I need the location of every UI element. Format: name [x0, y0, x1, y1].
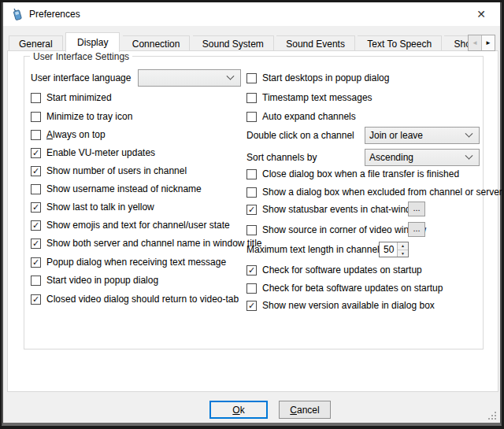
checkbox-label: Always on top [46, 129, 106, 140]
checkbox-box [31, 93, 41, 103]
language-label: User interface language [31, 72, 131, 83]
checkbox-auto-expand-channels[interactable]: Auto expand channels [246, 109, 356, 124]
max-text-length-spinner[interactable]: 50 ▲ ▼ [379, 242, 409, 257]
checkbox-minimize-to-tray[interactable]: Minimize to tray icon [31, 109, 132, 124]
checkbox-closed-video-return[interactable]: ✓ Closed video dialog should return to v… [31, 292, 239, 306]
checkbox-box: ✓ [31, 148, 41, 158]
checkbox-label: Timestamp text messages [262, 92, 372, 103]
checkbox-statusbar-events[interactable]: ✓ Show statusbar events in chat-window [246, 202, 423, 216]
max-text-length-value: 50 [380, 242, 397, 257]
double-click-label: Double click on a channel [246, 130, 354, 141]
chevron-down-icon [465, 151, 473, 159]
max-text-length-label-row: Maximum text length in channel list [246, 242, 394, 257]
spin-up-icon[interactable]: ▲ [398, 242, 408, 250]
sort-channels-label: Sort channels by [246, 152, 317, 163]
checkbox-show-new-version[interactable]: ✓ Show new version available in dialog b… [246, 298, 435, 313]
checkbox-label: Auto expand channels [262, 111, 356, 122]
checkbox-label: Show emojis and text for channel/user st… [46, 220, 230, 231]
tab-display[interactable]: Display [65, 32, 120, 52]
checkbox-box: ✓ [31, 257, 41, 268]
checkbox-label: Start video in popup dialog [46, 275, 158, 286]
show-source-more-button[interactable]: ... [408, 222, 425, 237]
double-click-label-row: Double click on a channel [246, 128, 354, 142]
checkbox-label: Show both server and channel name in win… [46, 238, 262, 249]
display-tab-pane: User Interface Settings User interface l… [7, 50, 498, 392]
sort-channels-label-row: Sort channels by [246, 150, 317, 165]
checkbox-box: ✓ [31, 220, 41, 231]
chevron-down-icon [227, 72, 235, 80]
checkbox-check-beta-updates[interactable]: Check for beta software updates on start… [246, 281, 443, 295]
spinner-buttons: ▲ ▼ [397, 242, 408, 257]
checkbox-box: ✓ [246, 265, 257, 276]
checkbox-timestamp-messages[interactable]: Timestamp text messages [246, 91, 372, 105]
checkbox-show-source-video[interactable]: Show source in corner of video window [246, 223, 426, 237]
checkbox-label: Closed video dialog should return to vid… [46, 294, 239, 305]
checkbox-enable-vu-meter[interactable]: ✓ Enable VU-meter updates [31, 146, 155, 160]
tab-sound-events[interactable]: Sound Events [276, 35, 355, 52]
checkbox-label: Start desktops in popup dialog [262, 72, 389, 83]
checkbox-box: ✓ [31, 166, 41, 176]
double-click-combobox-value: Join or leave [365, 130, 466, 141]
sort-channels-combobox-value: Ascending [365, 152, 466, 163]
spin-down-icon[interactable]: ▼ [398, 250, 408, 257]
resize-grip[interactable] [487, 410, 497, 420]
checkbox-show-last-to-talk[interactable]: ✓ Show last to talk in yellow [31, 200, 154, 214]
checkbox-start-minimized[interactable]: Start minimized [31, 91, 112, 105]
language-label-row: User interface language [31, 71, 131, 85]
checkbox-label: Show number of users in channel [46, 165, 187, 176]
checkbox-label: Check for beta software updates on start… [262, 283, 443, 294]
checkbox-show-server-and-channel[interactable]: ✓ Show both server and channel name in w… [31, 236, 262, 250]
checkbox-box [246, 283, 257, 294]
checkbox-box: ✓ [246, 301, 257, 311]
checkbox-start-desktops-popup[interactable]: Start desktops in popup dialog [246, 71, 389, 85]
tab-sound-system[interactable]: Sound System [193, 35, 274, 52]
sort-channels-combobox[interactable]: Ascending [365, 149, 480, 166]
checkbox-dialog-when-excluded[interactable]: Show a dialog box when excluded from cha… [246, 185, 502, 199]
checkbox-box [246, 93, 257, 103]
checkbox-box [246, 225, 257, 235]
title-bar[interactable]: Preferences ✕ [3, 2, 500, 26]
window-title: Preferences [29, 9, 80, 20]
checkbox-box [31, 276, 41, 286]
group-title: User Interface Settings [30, 51, 132, 62]
checkbox-start-video-popup[interactable]: Start video in popup dialog [31, 273, 158, 287]
checkbox-show-number-of-users[interactable]: ✓ Show number of users in channel [31, 164, 187, 178]
close-icon[interactable]: ✕ [466, 2, 496, 26]
checkbox-label: Show username instead of nickname [46, 183, 202, 194]
tab-connection[interactable]: Connection [123, 35, 191, 52]
chevron-down-icon [465, 129, 473, 137]
checkbox-show-username[interactable]: Show username instead of nickname [31, 182, 202, 196]
checkbox-label: Popup dialog when receiving text message [46, 257, 226, 268]
checkbox-box: ✓ [31, 294, 41, 305]
ok-button[interactable]: Ok [209, 401, 268, 419]
checkbox-check-updates[interactable]: ✓ Check for software updates on startup [246, 263, 422, 277]
checkbox-label: Show statusbar events in chat-window [262, 204, 423, 215]
tab-scroll-left-icon: ◄ [469, 35, 482, 50]
tab-general[interactable]: General [9, 35, 63, 52]
double-click-combobox[interactable]: Join or leave [365, 127, 480, 144]
checkbox-show-emojis[interactable]: ✓ Show emojis and text for channel/user … [31, 218, 230, 232]
preferences-dialog: Preferences ✕ General Display Connection… [2, 2, 502, 426]
language-combobox[interactable] [138, 69, 241, 87]
tab-shortcuts[interactable]: Shortcuts [444, 35, 470, 52]
tab-scroll-right-icon[interactable]: ► [482, 35, 495, 50]
app-icon [10, 8, 23, 20]
checkbox-label: Show a dialog box when excluded from cha… [262, 187, 502, 198]
checkbox-box [246, 73, 257, 83]
checkbox-label: Show new version available in dialog box [262, 300, 435, 311]
checkbox-box [31, 112, 41, 122]
tab-text-to-speech[interactable]: Text To Speech [358, 35, 442, 52]
checkbox-box: ✓ [31, 202, 41, 213]
tab-scroll-buttons: ◄ ► [468, 35, 495, 51]
checkbox-popup-dialog-text-message[interactable]: ✓ Popup dialog when receiving text messa… [31, 255, 226, 269]
checkbox-label: Minimize to tray icon [46, 111, 132, 122]
checkbox-always-on-top[interactable]: Always on top [31, 128, 106, 142]
checkbox-label: Close dialog box when a file transfer is… [262, 168, 459, 179]
cancel-button[interactable]: Cancel [279, 401, 331, 419]
checkbox-label: Start minimized [46, 92, 112, 103]
checkbox-label: Show last to talk in yellow [46, 202, 154, 213]
statusbar-events-more-button[interactable]: ... [408, 202, 425, 216]
group-user-interface-settings: User Interface Settings User interface l… [24, 56, 484, 349]
checkbox-box: ✓ [31, 239, 41, 249]
checkbox-close-dialog-file-transfer[interactable]: Close dialog box when a file transfer is… [246, 167, 459, 181]
